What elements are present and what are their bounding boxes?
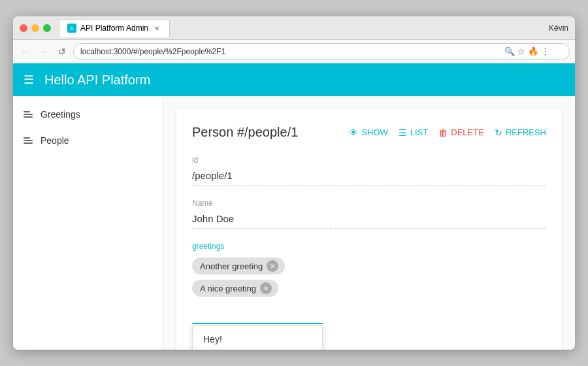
name-field-group: Name John Doe bbox=[192, 199, 546, 229]
sidebar-greetings-label: Greetings bbox=[41, 109, 80, 120]
list-button[interactable]: ☰ LIST bbox=[399, 127, 428, 138]
tab-favicon: A bbox=[67, 24, 76, 33]
delete-button[interactable]: 🗑 DELETE bbox=[438, 127, 484, 138]
id-field-group: id /people/1 bbox=[192, 156, 546, 186]
suggestion-dropdown: Hey! bbox=[192, 325, 323, 350]
greeting-chip-1: A nice greeting ✕ bbox=[192, 280, 278, 297]
bookmark-icon[interactable]: ☆ bbox=[517, 46, 525, 56]
name-label: Name bbox=[192, 199, 546, 208]
close-button[interactable] bbox=[20, 24, 27, 32]
list-icon-btn: ☰ bbox=[399, 127, 407, 138]
greeting-input[interactable] bbox=[192, 307, 323, 324]
suggestion-item-hey[interactable]: Hey! bbox=[193, 326, 322, 350]
address-bar: ← → ↺ localhost:3000/#/people/%2Fpeople%… bbox=[13, 40, 575, 63]
person-card: Person #/people/1 👁 SHOW ☰ LIST bbox=[176, 109, 562, 350]
extension-icon[interactable]: 🔥 bbox=[528, 46, 538, 56]
user-label: Kévin bbox=[549, 24, 568, 33]
list-icon-greetings bbox=[24, 111, 33, 118]
greetings-field-group: greetings Another greeting ✕ A nice gree… bbox=[192, 242, 546, 350]
delete-label: DELETE bbox=[451, 127, 484, 137]
sidebar-people-label: People bbox=[41, 135, 69, 146]
refresh-icon: ↻ bbox=[495, 127, 502, 138]
forward-button[interactable]: → bbox=[37, 44, 51, 59]
card-title: Person #/people/1 bbox=[192, 125, 349, 140]
tab-area: A API Platform Admin ✕ bbox=[59, 19, 549, 37]
sidebar: Greetings People bbox=[13, 96, 163, 350]
list-icon-people bbox=[24, 137, 33, 144]
traffic-lights bbox=[20, 24, 51, 32]
url-bar[interactable]: localhost:3000/#/people/%2Fpeople%2F1 🔍 … bbox=[73, 43, 570, 60]
greetings-label: greetings bbox=[192, 242, 546, 251]
content-area: Person #/people/1 👁 SHOW ☰ LIST bbox=[163, 96, 575, 350]
app-title: Hello API Platform bbox=[44, 73, 150, 88]
delete-icon: 🗑 bbox=[438, 127, 448, 138]
refresh-label: REFRESH bbox=[506, 127, 546, 137]
browser-tab[interactable]: A API Platform Admin ✕ bbox=[59, 19, 170, 37]
sidebar-item-greetings[interactable]: Greetings bbox=[13, 101, 163, 127]
chip-label-0: Another greeting bbox=[200, 261, 263, 271]
show-label: SHOW bbox=[361, 127, 387, 137]
chip-remove-1[interactable]: ✕ bbox=[260, 282, 272, 294]
back-button[interactable]: ← bbox=[18, 44, 33, 59]
url-icons: 🔍 ☆ 🔥 ⋮ bbox=[504, 46, 549, 56]
greeting-chip-0: Another greeting ✕ bbox=[192, 258, 285, 274]
show-button[interactable]: 👁 SHOW bbox=[349, 127, 387, 138]
top-nav: ☰ Hello API Platform bbox=[13, 63, 575, 96]
refresh-button[interactable]: ↻ REFRESH bbox=[495, 127, 546, 138]
main-area: Greetings People bbox=[13, 96, 575, 350]
menu-icon[interactable]: ⋮ bbox=[541, 46, 549, 56]
name-value: John Doe bbox=[192, 210, 546, 229]
tab-close-button[interactable]: ✕ bbox=[152, 24, 161, 33]
browser-window: A API Platform Admin ✕ Kévin ← → ↺ local… bbox=[13, 16, 575, 350]
url-text: localhost:3000/#/people/%2Fpeople%2F1 bbox=[80, 47, 225, 56]
list-label: LIST bbox=[410, 127, 428, 137]
tab-title: API Platform Admin bbox=[80, 24, 148, 33]
search-icon[interactable]: 🔍 bbox=[504, 46, 515, 56]
reload-button[interactable]: ↺ bbox=[55, 44, 69, 59]
chip-remove-0[interactable]: ✕ bbox=[267, 260, 278, 272]
hamburger-icon[interactable]: ☰ bbox=[24, 73, 34, 87]
title-bar: A API Platform Admin ✕ Kévin bbox=[13, 16, 575, 40]
card-header: Person #/people/1 👁 SHOW ☰ LIST bbox=[192, 125, 546, 140]
minimize-button[interactable] bbox=[31, 24, 39, 32]
sidebar-item-people[interactable]: People bbox=[13, 127, 163, 154]
id-label: id bbox=[192, 156, 546, 165]
show-icon: 👁 bbox=[349, 127, 358, 138]
id-value: /people/1 bbox=[192, 167, 546, 186]
card-actions: 👁 SHOW ☰ LIST 🗑 DELETE bbox=[349, 127, 546, 138]
maximize-button[interactable] bbox=[43, 24, 51, 32]
chip-label-1: A nice greeting bbox=[200, 284, 256, 293]
app-content: ☰ Hello API Platform Greetings bbox=[13, 63, 575, 350]
